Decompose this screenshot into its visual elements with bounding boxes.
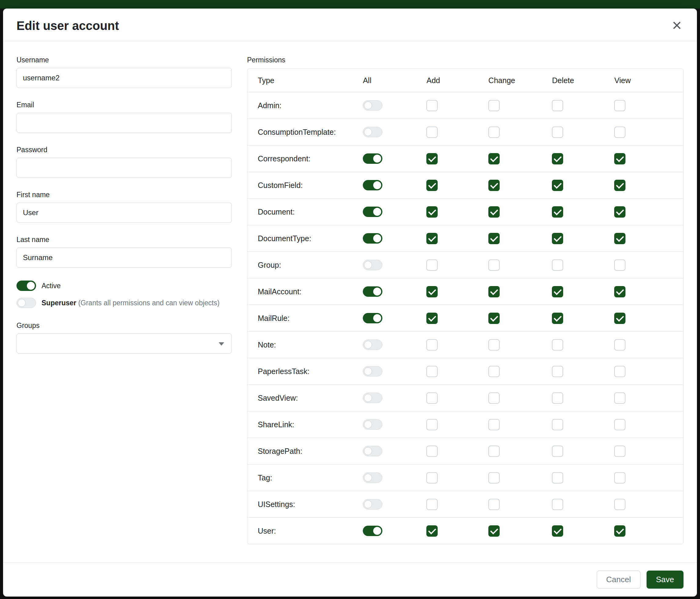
permission-add-checkbox[interactable]: [426, 446, 438, 457]
active-toggle[interactable]: [17, 281, 36, 291]
permission-change-checkbox[interactable]: [489, 126, 500, 138]
permission-add-checkbox[interactable]: [426, 313, 438, 324]
permission-all-toggle[interactable]: [363, 233, 382, 244]
permission-all-toggle[interactable]: [363, 180, 382, 190]
permission-add-checkbox[interactable]: [426, 392, 438, 404]
permission-view-checkbox[interactable]: [614, 260, 625, 271]
permission-all-toggle[interactable]: [363, 339, 382, 350]
permission-change-checkbox[interactable]: [489, 233, 500, 244]
permission-change-checkbox[interactable]: [489, 260, 500, 271]
permission-view-checkbox[interactable]: [614, 233, 625, 244]
permission-all-toggle[interactable]: [363, 153, 382, 164]
last-name-field[interactable]: [17, 247, 232, 268]
permission-delete-checkbox[interactable]: [552, 100, 563, 111]
permission-delete-checkbox[interactable]: [552, 233, 563, 244]
permission-add-checkbox[interactable]: [426, 366, 438, 377]
password-field[interactable]: [17, 158, 232, 178]
permission-all-toggle[interactable]: [363, 473, 382, 483]
permission-change-checkbox[interactable]: [489, 180, 500, 191]
permission-delete-checkbox[interactable]: [552, 419, 563, 430]
permission-all-toggle[interactable]: [363, 446, 382, 456]
permission-delete-checkbox[interactable]: [552, 313, 563, 324]
permission-view-checkbox[interactable]: [614, 366, 625, 377]
permission-delete-checkbox[interactable]: [552, 446, 563, 457]
permission-view-checkbox[interactable]: [614, 339, 625, 351]
permission-delete-checkbox[interactable]: [552, 472, 563, 483]
save-button[interactable]: Save: [647, 571, 683, 589]
permission-view-checkbox[interactable]: [614, 446, 625, 457]
permission-change-checkbox[interactable]: [489, 419, 500, 430]
permission-change-checkbox[interactable]: [489, 339, 500, 351]
permission-all-toggle[interactable]: [363, 499, 382, 509]
permission-row: MailRule:: [247, 305, 683, 332]
permission-add-checkbox[interactable]: [426, 100, 438, 111]
permission-add-checkbox[interactable]: [426, 260, 438, 271]
permission-add-checkbox[interactable]: [426, 233, 438, 244]
superuser-toggle[interactable]: [17, 298, 36, 308]
permission-change-checkbox[interactable]: [489, 446, 500, 457]
superuser-hint: (Grants all permissions and can view obj…: [78, 299, 220, 307]
permission-add-checkbox[interactable]: [426, 472, 438, 483]
permission-change-checkbox[interactable]: [489, 206, 500, 218]
first-name-field[interactable]: [17, 202, 232, 223]
permission-add-checkbox[interactable]: [426, 206, 438, 218]
permission-delete-checkbox[interactable]: [552, 153, 563, 164]
permission-add-checkbox[interactable]: [426, 499, 438, 510]
email-field[interactable]: [17, 113, 232, 133]
permission-all-toggle[interactable]: [363, 127, 382, 137]
permission-add-checkbox[interactable]: [426, 126, 438, 138]
permission-view-checkbox[interactable]: [614, 392, 625, 404]
permission-change-checkbox[interactable]: [489, 153, 500, 164]
permission-change-checkbox[interactable]: [489, 525, 500, 537]
permissions-table-body: Admin:ConsumptionTemplate:Correspondent:…: [247, 92, 683, 544]
permission-row: UISettings:: [247, 491, 683, 518]
permission-change-checkbox[interactable]: [489, 313, 500, 324]
permission-delete-checkbox[interactable]: [552, 286, 563, 297]
permission-view-checkbox[interactable]: [614, 206, 625, 218]
permission-view-checkbox[interactable]: [614, 419, 625, 430]
permission-all-toggle[interactable]: [363, 393, 382, 403]
close-icon[interactable]: ×: [670, 19, 683, 31]
permission-all-toggle[interactable]: [363, 260, 382, 270]
permission-add-checkbox[interactable]: [426, 180, 438, 191]
permission-add-checkbox[interactable]: [426, 419, 438, 430]
permission-add-checkbox[interactable]: [426, 153, 438, 164]
permission-add-checkbox[interactable]: [426, 339, 438, 351]
permission-delete-checkbox[interactable]: [552, 339, 563, 351]
permission-all-toggle[interactable]: [363, 526, 382, 536]
permission-view-checkbox[interactable]: [614, 525, 625, 537]
permission-delete-checkbox[interactable]: [552, 366, 563, 377]
permission-view-checkbox[interactable]: [614, 286, 625, 297]
permission-delete-checkbox[interactable]: [552, 525, 563, 537]
permission-delete-checkbox[interactable]: [552, 499, 563, 510]
permission-all-toggle[interactable]: [363, 419, 382, 430]
permission-all-toggle[interactable]: [363, 366, 382, 377]
permission-view-checkbox[interactable]: [614, 180, 625, 191]
permission-add-checkbox[interactable]: [426, 525, 438, 537]
groups-select[interactable]: [17, 333, 232, 354]
permission-view-checkbox[interactable]: [614, 499, 625, 510]
username-field[interactable]: [17, 68, 232, 88]
permission-change-checkbox[interactable]: [489, 499, 500, 510]
permission-delete-checkbox[interactable]: [552, 392, 563, 404]
permission-change-checkbox[interactable]: [489, 392, 500, 404]
permission-all-toggle[interactable]: [363, 207, 382, 217]
permission-view-checkbox[interactable]: [614, 100, 625, 111]
permission-delete-checkbox[interactable]: [552, 180, 563, 191]
permission-all-toggle[interactable]: [363, 313, 382, 324]
permission-change-checkbox[interactable]: [489, 100, 500, 111]
permission-change-checkbox[interactable]: [489, 472, 500, 483]
permission-delete-checkbox[interactable]: [552, 206, 563, 218]
permission-all-toggle[interactable]: [363, 286, 382, 297]
permission-delete-checkbox[interactable]: [552, 126, 563, 138]
permission-add-checkbox[interactable]: [426, 286, 438, 297]
permission-view-checkbox[interactable]: [614, 472, 625, 483]
permission-change-checkbox[interactable]: [489, 366, 500, 377]
permission-change-checkbox[interactable]: [489, 286, 500, 297]
permission-delete-checkbox[interactable]: [552, 260, 563, 271]
permission-view-checkbox[interactable]: [614, 313, 625, 324]
cancel-button[interactable]: Cancel: [597, 571, 641, 589]
permission-view-checkbox[interactable]: [614, 153, 625, 164]
permission-all-toggle[interactable]: [363, 100, 382, 111]
permission-view-checkbox[interactable]: [614, 126, 625, 138]
